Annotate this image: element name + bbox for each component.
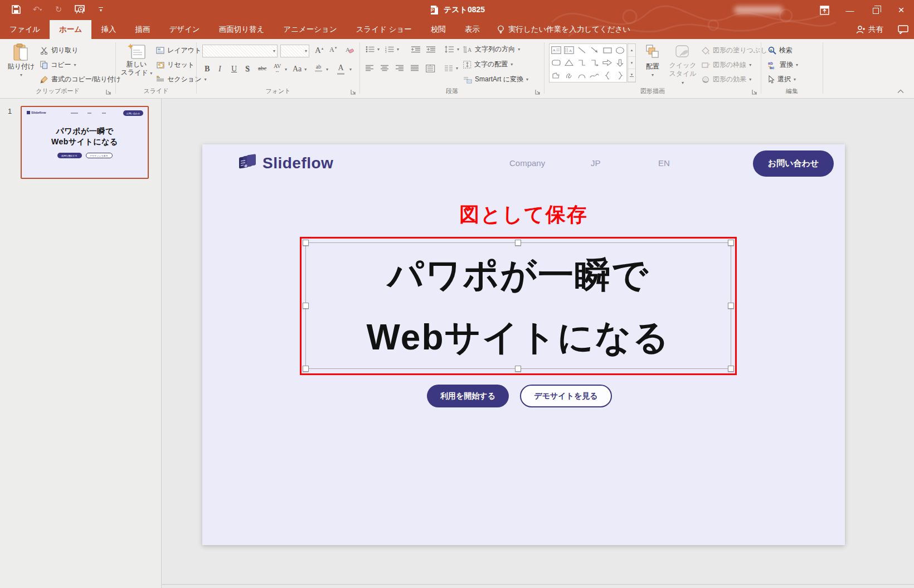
restore-button[interactable] (863, 0, 888, 20)
close-button[interactable]: × (888, 0, 914, 20)
shape-rounded-rectangle-icon[interactable] (552, 59, 561, 66)
increase-indent-button[interactable] (426, 46, 436, 53)
resize-handle-e[interactable] (728, 303, 734, 309)
paste-dropdown[interactable]: ▾ (20, 71, 22, 79)
arrange-button[interactable]: 配置 ▾ (640, 45, 665, 79)
shape-arrow-icon[interactable] (590, 46, 599, 54)
shadow-button[interactable]: S (245, 65, 250, 74)
text-direction-button[interactable]: A 文字列の方向▾ (463, 45, 520, 54)
character-spacing-button[interactable]: AV↔ (274, 64, 281, 74)
tab-slideshow[interactable]: スライド ショー (347, 20, 421, 39)
font-color-button[interactable]: A (337, 64, 344, 75)
drawing-dialog-launcher-icon[interactable] (752, 89, 757, 95)
shape-scribble-icon[interactable] (565, 72, 573, 80)
character-spacing-dropdown[interactable]: ▾ (285, 67, 287, 72)
resize-handle-w[interactable] (303, 303, 309, 309)
tab-transitions[interactable]: 画面切り替え (210, 20, 274, 39)
decrease-indent-button[interactable] (411, 46, 421, 53)
justify-button[interactable] (411, 65, 419, 72)
resize-handle-se[interactable] (728, 366, 734, 372)
shape-gallery-scrollbar[interactable]: ▴ ▾ ▾ (628, 43, 636, 82)
align-center-button[interactable] (381, 65, 389, 72)
shape-elbow-connector-icon[interactable] (577, 59, 586, 66)
clear-formatting-button[interactable]: A (345, 46, 354, 54)
shape-textbox-icon[interactable]: A (551, 46, 561, 54)
tab-animations[interactable]: アニメーション (274, 20, 346, 39)
tab-view[interactable]: 表示 (455, 20, 489, 39)
gallery-scroll-down-icon[interactable]: ▾ (628, 57, 635, 70)
slide-1[interactable]: Slideflow Company JP EN お問い合わせ 図として保存 パワ… (202, 144, 845, 545)
cut-button[interactable]: 切り取り (40, 46, 79, 55)
shape-outline-button[interactable]: 図形の枠線▾ (702, 60, 751, 70)
line-spacing-button[interactable]: ▾ (445, 46, 459, 53)
convert-smartart-button[interactable]: SmartArt に変換▾ (463, 75, 528, 84)
slide-thumbnail-1[interactable]: Slideflow お問い合わせ パワポが一瞬で Webサイトになる 利用を開始… (21, 106, 149, 179)
numbering-button[interactable]: 123▾ (385, 46, 399, 53)
select-button[interactable]: 選択▾ (768, 75, 796, 84)
copy-button[interactable]: コピー ▾ (40, 60, 76, 70)
tab-file[interactable]: ファイル (0, 20, 50, 39)
comments-icon[interactable] (898, 25, 908, 34)
shape-arc-icon[interactable] (577, 72, 586, 79)
align-text-button[interactable]: 文字の配置▾ (463, 60, 513, 69)
format-painter-button[interactable]: 書式のコピー/貼り付け (40, 75, 121, 84)
slide-thumbnail-panel[interactable]: 1 Slideflow お問い合わせ パワポが一瞬で Webサイトになる 利用を… (0, 99, 162, 588)
slide-editing-canvas[interactable]: Slideflow Company JP EN お問い合わせ 図として保存 パワ… (162, 99, 914, 588)
collapse-ribbon-icon[interactable] (897, 89, 904, 94)
new-slide-button[interactable]: 新しい スライド ▾ (120, 43, 153, 77)
resize-handle-n[interactable] (515, 240, 521, 246)
text-highlight-dropdown[interactable]: ▾ (326, 67, 328, 72)
tab-draw[interactable]: 描画 (125, 20, 159, 39)
shape-left-brace-icon[interactable] (605, 71, 610, 80)
resize-handle-nw[interactable] (303, 240, 309, 246)
text-highlight-button[interactable]: ab (315, 64, 322, 72)
grow-font-button[interactable]: A▴ (315, 46, 323, 55)
align-left-button[interactable] (366, 65, 374, 72)
resize-handle-ne[interactable] (728, 240, 734, 246)
shape-line-icon[interactable] (577, 46, 586, 54)
shape-oval-icon[interactable] (615, 47, 625, 54)
tab-design[interactable]: デザイン (159, 20, 209, 39)
distribute-button[interactable] (426, 65, 435, 72)
gallery-scroll-up-icon[interactable]: ▴ (628, 44, 635, 57)
font-color-dropdown[interactable]: ▾ (349, 67, 352, 72)
tab-review[interactable]: 校閲 (421, 20, 455, 39)
font-size-combobox[interactable]: ▾ (280, 45, 309, 57)
clipboard-dialog-launcher-icon[interactable] (106, 89, 111, 95)
tab-insert[interactable]: 挿入 (91, 20, 125, 39)
shape-effects-button[interactable]: 図形の効果▾ (702, 75, 751, 84)
columns-button[interactable]: ▾ (445, 65, 458, 72)
italic-button[interactable]: I (218, 65, 221, 74)
shape-curve-icon[interactable] (590, 72, 599, 79)
shape-elbow-arrow-connector-icon[interactable] (590, 59, 599, 66)
share-button[interactable]: 共有 (856, 25, 883, 35)
resize-handle-s[interactable] (515, 366, 521, 372)
change-case-button[interactable]: Aa▾ (293, 65, 307, 74)
gallery-more-icon[interactable]: ▾ (628, 69, 635, 82)
tell-me-box[interactable]: 実行したい作業を入力してください (489, 20, 638, 39)
underline-button[interactable]: U (231, 65, 237, 74)
new-slide-dropdown[interactable]: ▾ (150, 71, 152, 76)
strikethrough-button[interactable]: abc (258, 65, 266, 71)
shape-rectangle-icon[interactable] (603, 47, 612, 54)
shape-down-arrow-icon[interactable] (616, 59, 624, 67)
resize-handle-sw[interactable] (303, 366, 309, 372)
user-account-name[interactable] (734, 6, 783, 14)
shape-right-arrow-icon[interactable] (602, 59, 612, 66)
reset-button[interactable]: リセット (156, 60, 195, 70)
bullets-button[interactable]: ▾ (366, 46, 380, 53)
shape-vertical-textbox-icon[interactable]: A (564, 46, 574, 54)
shape-triangle-icon[interactable] (565, 59, 573, 66)
notes-pane-divider[interactable] (162, 584, 914, 585)
replace-button[interactable]: abac 置換▾ (768, 60, 798, 70)
shape-right-brace-icon[interactable] (618, 71, 623, 80)
tab-home[interactable]: ホーム (50, 20, 91, 39)
font-name-combobox[interactable]: ▾ (202, 45, 278, 57)
paste-button[interactable]: 貼り付け ▾ (7, 43, 36, 79)
shape-freeform-icon[interactable] (552, 72, 560, 79)
align-right-button[interactable] (396, 65, 404, 72)
font-dialog-launcher-icon[interactable] (351, 89, 356, 95)
minimize-button[interactable]: — (837, 0, 863, 20)
paragraph-dialog-launcher-icon[interactable] (535, 89, 541, 95)
ribbon-display-options-icon[interactable] (811, 0, 837, 20)
